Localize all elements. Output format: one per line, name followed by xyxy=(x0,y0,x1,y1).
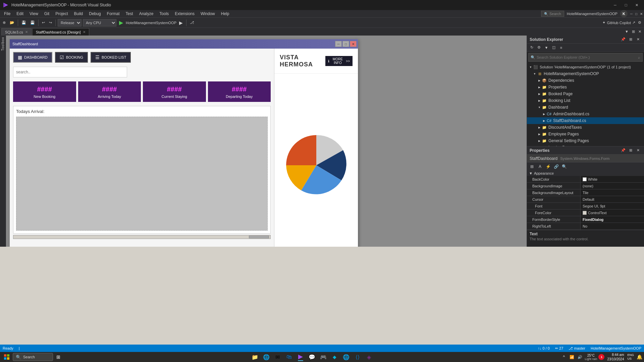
run-button[interactable]: ▶ xyxy=(118,19,124,26)
taskbar-vscode[interactable]: ⟨⟩ xyxy=(352,352,363,362)
form-title-bar[interactable]: StaffDashboard ─ □ ✕ xyxy=(10,39,358,49)
se-settings-button[interactable]: ⚙ xyxy=(536,45,542,51)
menu-help[interactable]: Help xyxy=(218,10,232,17)
menu-build[interactable]: Build xyxy=(71,10,86,17)
undo-button[interactable]: ↩ xyxy=(41,19,46,27)
notification-button[interactable]: 🔔 xyxy=(636,352,643,362)
taskbar-store[interactable]: 🛍 xyxy=(284,352,294,362)
taskbar-purple-app[interactable]: ◈ xyxy=(364,352,374,362)
attach-button[interactable]: ▶ xyxy=(178,20,184,25)
taskbar-file-explorer[interactable]: 📁 xyxy=(250,352,260,362)
props-appearance-category[interactable]: ▼ Appearance xyxy=(527,171,644,176)
tab-overflow-button[interactable]: ▼ xyxy=(624,27,630,36)
horizontal-scrollbar[interactable] xyxy=(13,235,271,239)
booked-list-nav-button[interactable]: ☰ BOOKED LIST xyxy=(91,52,131,63)
tree-properties[interactable]: ▶ 📁 Properties xyxy=(527,84,644,90)
menu-edit[interactable]: Edit xyxy=(14,10,26,17)
settings-button[interactable]: ⚙ xyxy=(637,19,643,27)
config-dropdown[interactable]: Release xyxy=(58,19,82,26)
chevron-up-icon[interactable]: ^ xyxy=(560,352,567,362)
designer-area[interactable]: StaffDashboard ─ □ ✕ ▦ DASHBOARD xyxy=(6,36,527,247)
close-panel-button[interactable]: ✕ xyxy=(640,12,643,16)
se-preview-button[interactable]: ◫ xyxy=(550,45,557,51)
platform-dropdown[interactable]: Any CPU xyxy=(83,19,116,26)
form-close-btn[interactable]: ✕ xyxy=(350,41,357,47)
tree-employee-pages[interactable]: ▶ 📁 Employee Pages xyxy=(527,131,644,137)
tree-dashboard-folder[interactable]: ▼ 📁 Dashboard xyxy=(527,104,644,111)
menu-analyze[interactable]: Analyze xyxy=(137,10,156,17)
auto-hide-button[interactable]: ⊞ xyxy=(631,27,636,36)
form-maximize-btn[interactable]: □ xyxy=(342,41,349,47)
toolbar-search[interactable]: 🔍 Search xyxy=(541,11,564,17)
tree-general-settings[interactable]: ▶ 📁 General Setting Pages xyxy=(527,137,644,144)
props-formborderstyle-value[interactable]: FixedDialog xyxy=(581,216,644,223)
props-search-button[interactable]: 🔍 xyxy=(560,163,568,170)
props-close-button[interactable]: ✕ xyxy=(635,147,641,154)
menu-test[interactable]: Test xyxy=(123,10,136,17)
se-search-input[interactable] xyxy=(537,55,637,59)
props-alpha-button[interactable]: A xyxy=(536,163,544,170)
tab-staffdashboard-close[interactable]: ✕ xyxy=(83,30,86,34)
restore-panel-button[interactable]: □ xyxy=(635,12,637,16)
se-filter-button[interactable]: ▼ xyxy=(543,45,550,51)
github-copilot[interactable]: ✦ GitHub Copilot ↗ xyxy=(602,20,635,25)
more-info-button[interactable]: ℹ MORE INFO >> xyxy=(325,56,353,66)
start-button[interactable] xyxy=(1,352,12,362)
minimize-panel-button[interactable]: ─ xyxy=(630,12,633,16)
taskbar-app8[interactable]: ◆ xyxy=(329,352,340,362)
se-sync-button[interactable]: ↻ xyxy=(528,45,535,51)
tree-solution[interactable]: ▼ ⬛ Solution 'HotelManagementSystemOOP' … xyxy=(527,64,644,70)
taskbar-xbox[interactable]: 🎮 xyxy=(318,352,329,362)
se-properties-button[interactable]: ≡ xyxy=(558,45,565,51)
menu-format[interactable]: Format xyxy=(104,10,122,17)
open-button[interactable]: 📂 xyxy=(8,19,16,27)
toolbox-strip[interactable]: Toolbox xyxy=(0,36,6,247)
props-bgimage-value[interactable]: (none) xyxy=(581,183,644,189)
tree-booking-list[interactable]: ▶ 📁 Booking List xyxy=(527,97,644,104)
se-pin-button[interactable]: 📌 xyxy=(620,37,627,43)
search-taskbar[interactable]: 🔍 Search xyxy=(13,353,53,361)
task-view-button[interactable]: ⊞ xyxy=(54,352,63,362)
tab-sqlite-close[interactable]: ✕ xyxy=(25,30,28,34)
language-indicator[interactable]: ENG US xyxy=(627,353,635,361)
search-input[interactable] xyxy=(13,67,127,77)
menu-git[interactable]: Git xyxy=(42,10,52,17)
tree-booked-page[interactable]: ▶ 📁 Booked Page xyxy=(527,90,644,97)
weather-widget[interactable]: 25°C Light rain xyxy=(585,354,597,361)
props-backcolor-value[interactable]: White xyxy=(581,176,644,182)
tree-staff-dashboard[interactable]: ▶ C# StaffDashboard.cs xyxy=(527,117,644,124)
props-events-button[interactable]: ⚡ xyxy=(544,163,552,170)
booking-nav-button[interactable]: ☑ BOOKING xyxy=(55,52,88,63)
tree-admin-dashboard[interactable]: ▶ C# AdminDashboard.cs xyxy=(527,111,644,117)
props-bind-button[interactable]: 🔗 xyxy=(552,163,560,170)
arrival-table[interactable] xyxy=(16,117,268,231)
network-icon[interactable]: 📶 xyxy=(569,352,575,362)
menu-view[interactable]: View xyxy=(27,10,41,17)
props-move-button[interactable]: ⊞ xyxy=(627,147,634,154)
form-minimize-btn[interactable]: ─ xyxy=(335,41,342,47)
menu-debug[interactable]: Debug xyxy=(86,10,103,17)
se-close-button[interactable]: ✕ xyxy=(635,37,641,43)
maximize-button[interactable]: □ xyxy=(621,2,631,8)
menu-file[interactable]: File xyxy=(1,10,13,17)
redo-button[interactable]: ↪ xyxy=(48,19,53,27)
menu-project[interactable]: Project xyxy=(53,10,70,17)
tree-discount-taxes[interactable]: ▶ 📁 DiscountAndTaxes xyxy=(527,124,644,131)
props-font-value[interactable]: Segoe UI, 9pt xyxy=(581,203,644,209)
save-all-button[interactable]: 💾 xyxy=(29,19,36,27)
minimize-button[interactable]: ─ xyxy=(610,2,620,8)
tree-dependencies[interactable]: ▶ 📦 Dependencies xyxy=(527,77,644,84)
taskbar-mail[interactable]: ✉ xyxy=(272,352,283,362)
props-cursor-value[interactable]: Default xyxy=(581,196,644,202)
volume-icon[interactable]: 🔊 xyxy=(577,352,583,362)
scroll-thumb[interactable] xyxy=(249,236,269,238)
props-pin-button[interactable]: 📌 xyxy=(620,147,627,154)
props-bgimagelayout-value[interactable]: Tile xyxy=(581,189,644,196)
menu-window[interactable]: Window xyxy=(198,10,218,17)
new-project-button[interactable]: ⊕ xyxy=(1,19,7,27)
tree-project[interactable]: ▼ ⊞ HotelManagementSystemOOP xyxy=(527,70,644,77)
git-changes-button[interactable]: ⎇ xyxy=(189,19,196,27)
se-search[interactable]: 🔍 ⌕ xyxy=(528,53,643,62)
props-righttoleft-value[interactable]: No xyxy=(581,223,644,229)
menu-tools[interactable]: Tools xyxy=(157,10,171,17)
